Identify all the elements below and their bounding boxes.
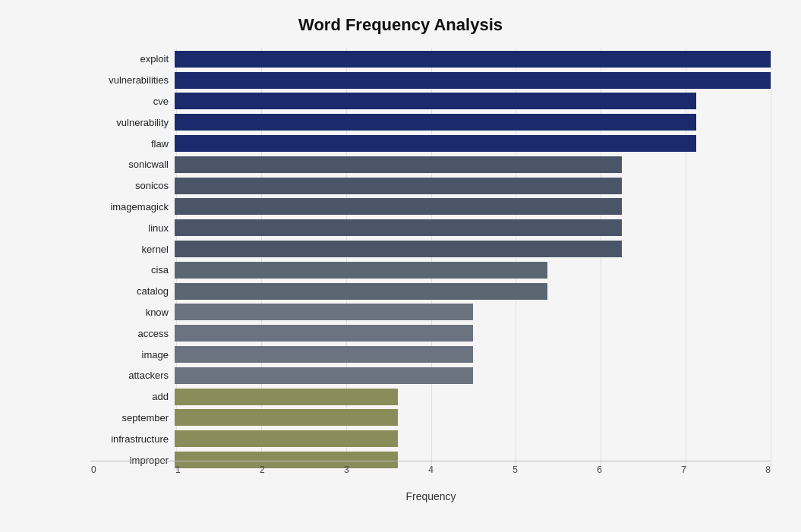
bar-label: attackers (91, 370, 175, 381)
bar-track (175, 198, 771, 215)
bar-row: vulnerabilities (91, 70, 771, 91)
x-axis: 012345678 Frequency (91, 461, 771, 502)
bar-track (175, 430, 771, 447)
bar-track (175, 51, 771, 68)
bar-track (175, 135, 771, 152)
bar-row: cve (91, 91, 771, 112)
bar-fill (175, 135, 696, 152)
bar-row: access (91, 323, 771, 344)
bar-track (175, 325, 771, 342)
bar-row: infrastructure (91, 428, 771, 449)
bar-label: flaw (91, 138, 175, 150)
bar-label: vulnerabilities (91, 74, 175, 86)
bar-fill (175, 409, 398, 426)
bar-fill (175, 304, 473, 320)
x-tick: 5 (512, 464, 518, 475)
bar-row: vulnerability (91, 112, 771, 133)
bar-row: sonicos (91, 175, 771, 197)
bars-wrapper: exploitvulnerabilitiescvevulnerabilityfl… (91, 49, 771, 471)
bar-track (175, 304, 771, 320)
bar-row: exploit (91, 49, 771, 70)
bar-track (175, 93, 771, 109)
bar-row: image (91, 344, 771, 365)
chart-container: Word Frequency Analysis exploitvulnerabi… (0, 0, 801, 532)
bar-label: access (91, 328, 175, 339)
bar-track (175, 72, 771, 89)
x-tick: 3 (344, 464, 349, 475)
bar-row: catalog (91, 281, 771, 302)
x-tick: 7 (681, 464, 686, 475)
bar-track (175, 178, 771, 194)
bar-label: sonicwall (91, 159, 175, 170)
x-tick: 6 (597, 464, 602, 475)
bar-fill (175, 430, 398, 447)
bar-fill (175, 367, 473, 384)
bar-fill (175, 241, 622, 257)
bar-row: attackers (91, 365, 771, 386)
x-tick: 4 (428, 464, 434, 475)
bar-label: add (91, 391, 175, 402)
bar-fill (175, 219, 622, 236)
bar-track (175, 389, 771, 405)
bar-label: know (91, 307, 175, 318)
bar-label: exploit (91, 53, 175, 65)
bar-label: september (91, 412, 175, 423)
bar-row: kernel (91, 238, 771, 260)
bar-label: infrastructure (91, 433, 175, 445)
bar-label: imagemagick (91, 201, 175, 212)
x-tick: 0 (91, 464, 96, 475)
bar-row: flaw (91, 133, 771, 154)
bar-fill (175, 156, 622, 173)
bar-track (175, 409, 771, 426)
bar-fill (175, 178, 622, 194)
bar-label: cve (91, 96, 175, 107)
bar-fill (175, 114, 696, 131)
bar-fill (175, 72, 771, 89)
bar-row: sonicwall (91, 154, 771, 175)
bar-fill (175, 262, 547, 279)
bar-track (175, 114, 771, 131)
bar-row: september (91, 408, 771, 429)
bar-row: add (91, 386, 771, 408)
bar-label: cisa (91, 264, 175, 275)
bar-label: catalog (91, 285, 175, 297)
bar-fill (175, 51, 771, 68)
bar-fill (175, 389, 398, 405)
bar-label: linux (91, 222, 175, 234)
bar-track (175, 156, 771, 173)
x-tick: 1 (175, 464, 181, 475)
x-axis-label: Frequency (91, 490, 771, 502)
bar-row: know (91, 302, 771, 323)
bar-fill (175, 283, 547, 300)
bar-track (175, 367, 771, 384)
bar-label: vulnerability (91, 117, 175, 128)
bar-row: cisa (91, 260, 771, 281)
bar-fill (175, 198, 622, 215)
bar-label: kernel (91, 244, 175, 255)
bar-row: linux (91, 217, 771, 238)
bar-track (175, 346, 771, 363)
bar-track (175, 283, 771, 300)
bar-fill (175, 93, 696, 109)
grid-line (771, 49, 771, 471)
x-tick: 2 (260, 464, 265, 475)
bar-label: image (91, 349, 175, 360)
bar-track (175, 262, 771, 279)
bar-row: imagemagick (91, 197, 771, 218)
bar-track (175, 241, 771, 257)
bar-track (175, 219, 771, 236)
bar-label: sonicos (91, 180, 175, 191)
bar-fill (175, 346, 473, 363)
bar-fill (175, 325, 473, 342)
x-tick: 8 (765, 464, 771, 475)
chart-title: Word Frequency Analysis (30, 15, 771, 35)
